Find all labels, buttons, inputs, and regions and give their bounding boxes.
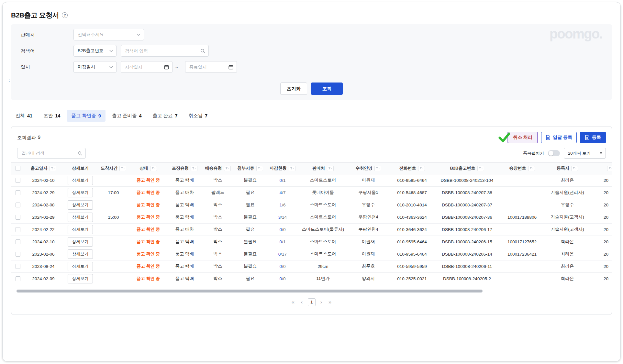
detail-button[interactable]: 상세보기 bbox=[68, 262, 93, 271]
row-checkbox[interactable] bbox=[16, 227, 20, 232]
prev-page-button[interactable]: ‹ bbox=[299, 299, 305, 305]
calendar-icon[interactable] bbox=[228, 65, 233, 70]
col-label: B2B출고번호 bbox=[450, 165, 475, 171]
row-checkbox[interactable] bbox=[16, 190, 20, 195]
cell-packing: 품고 택배 bbox=[168, 248, 202, 260]
col-header-docs: 첨부서류 bbox=[234, 163, 266, 174]
cancel-process-button[interactable]: 취소 처리 bbox=[507, 132, 538, 143]
date-type-select[interactable]: 마감일시 bbox=[73, 61, 117, 73]
cell-invoice_no: 100017127652 bbox=[499, 236, 545, 248]
toggle-knob bbox=[549, 151, 553, 156]
cell-b2b_no: DSBB-100008-240207-36 bbox=[435, 211, 499, 223]
detail-button[interactable]: 상세보기 bbox=[68, 225, 93, 234]
table-row: 2024-02-10상세보기품고 확인 중품고 택배박스불필요0/1스마트스토어… bbox=[11, 236, 612, 248]
detail-button[interactable]: 상세보기 bbox=[68, 213, 93, 222]
app-window: B2B출고 요청서 ? poomgo. 판매처 선택해주세요 검색어 B2B출고… bbox=[2, 2, 621, 361]
search-icon bbox=[78, 151, 82, 156]
current-page[interactable]: 1 bbox=[308, 298, 316, 306]
column-filter-icon[interactable] bbox=[418, 166, 425, 171]
column-filter-icon[interactable] bbox=[374, 166, 381, 171]
detail-button[interactable]: 상세보기 bbox=[68, 188, 93, 197]
row-checkbox[interactable] bbox=[16, 178, 20, 183]
row-checkbox[interactable] bbox=[16, 203, 20, 207]
last-page-button[interactable]: » bbox=[327, 299, 333, 305]
row-checkbox[interactable] bbox=[16, 215, 20, 220]
cell-date: 2024-02-29 bbox=[24, 186, 62, 199]
table-scroll-area: 출고일자상세보기도착시간상태포장유형배송유형첨부서류마감현황판매처수취인명전화번… bbox=[11, 162, 612, 285]
tab-count: 7 bbox=[175, 113, 178, 118]
row-checkbox[interactable] bbox=[16, 264, 20, 269]
next-page-button[interactable]: › bbox=[318, 299, 324, 305]
cell-packing: 품고 택배 bbox=[168, 236, 202, 248]
column-filter-icon[interactable] bbox=[224, 166, 231, 171]
column-filter-icon[interactable] bbox=[289, 166, 295, 171]
detail-button[interactable]: 상세보기 bbox=[68, 176, 93, 185]
column-filter-icon[interactable] bbox=[528, 166, 535, 171]
cell-deadline: 0/17 bbox=[266, 248, 299, 260]
select-all-checkbox[interactable] bbox=[16, 166, 20, 171]
results-search-input[interactable] bbox=[17, 151, 85, 156]
first-page-button[interactable]: « bbox=[290, 299, 296, 305]
cell-deadline: 0/0 bbox=[266, 260, 299, 272]
tab-draft[interactable]: 초안14 bbox=[39, 110, 65, 122]
detail-button[interactable]: 상세보기 bbox=[68, 237, 93, 247]
bulk-register-button[interactable]: 일괄 등록 bbox=[541, 132, 577, 143]
help-icon[interactable]: ? bbox=[62, 12, 68, 18]
cell-arrival bbox=[98, 199, 129, 211]
expand-items-toggle[interactable] bbox=[548, 150, 560, 156]
cell-date: 2023-02-06 bbox=[24, 248, 62, 260]
column-filter-icon[interactable] bbox=[477, 166, 484, 171]
column-filter-icon[interactable] bbox=[119, 166, 126, 171]
reset-button[interactable]: 초기화 bbox=[280, 83, 307, 95]
keyword-input[interactable] bbox=[121, 49, 208, 53]
search-button[interactable]: 조회 bbox=[311, 83, 343, 95]
column-filter-icon[interactable] bbox=[256, 166, 263, 171]
tab-all[interactable]: 전체41 bbox=[11, 110, 37, 122]
detail-button[interactable]: 상세보기 bbox=[68, 249, 93, 259]
cell-date: 2024-02-09 bbox=[24, 272, 62, 285]
cell-registrant: 최라온 bbox=[545, 272, 590, 285]
cell-detail: 상세보기 bbox=[62, 199, 98, 211]
col-label: 출고일자 bbox=[31, 165, 48, 171]
cell-checkbox bbox=[11, 186, 24, 199]
keyword-type-value: B2B출고번호 bbox=[78, 48, 104, 54]
tab-label: 출고 준비중 bbox=[112, 113, 137, 119]
cell-delivery: 박스 bbox=[202, 272, 234, 285]
col-header-status: 상태 bbox=[129, 163, 168, 174]
cell-recipient: 이원재 bbox=[347, 174, 389, 186]
detail-button[interactable]: 상세보기 bbox=[68, 200, 93, 210]
calendar-icon[interactable] bbox=[164, 65, 169, 70]
column-filter-icon[interactable] bbox=[150, 166, 157, 171]
keyword-type-select[interactable]: B2B출고번호 bbox=[73, 45, 117, 57]
bulk-register-label: 일괄 등록 bbox=[553, 135, 572, 140]
column-filter-icon[interactable] bbox=[571, 166, 578, 171]
detail-button[interactable]: 상세보기 bbox=[68, 274, 93, 283]
cell-phone: 010-2525-0021 bbox=[389, 272, 435, 285]
tab-canceled[interactable]: 취소됨7 bbox=[184, 110, 212, 122]
tab-ship-complete[interactable]: 출고 완료7 bbox=[148, 110, 182, 122]
cell-arrival bbox=[98, 174, 129, 186]
row-checkbox[interactable] bbox=[16, 239, 20, 244]
cell-deadline: 0/0 bbox=[266, 272, 299, 285]
column-filter-icon[interactable] bbox=[191, 166, 197, 171]
cell-date: 2024-02-22 bbox=[24, 223, 62, 236]
seller-select[interactable]: 선택해주세요 bbox=[73, 29, 144, 40]
column-filter-icon[interactable] bbox=[50, 166, 56, 171]
row-checkbox[interactable] bbox=[16, 276, 20, 281]
cell-status: 품고 확인 중 bbox=[129, 223, 168, 236]
cell-detail: 상세보기 bbox=[62, 272, 98, 285]
col-header-b2b_no: B2B출고번호 bbox=[435, 163, 499, 174]
tab-poomgo-confirming[interactable]: 품고 확인중9 bbox=[67, 110, 106, 122]
column-filter-icon[interactable] bbox=[607, 166, 612, 171]
cell-deadline: 3/14 bbox=[266, 211, 299, 223]
register-button[interactable]: 등록 bbox=[580, 132, 606, 143]
tab-ship-preparing[interactable]: 출고 준비중4 bbox=[107, 110, 146, 122]
col-header-phone: 전화번호 bbox=[389, 163, 435, 174]
table-row: 2023-08-24상세보기품고 확인 중품고 택배박스불필요0/029cm최준… bbox=[11, 260, 612, 272]
column-filter-icon[interactable] bbox=[327, 166, 334, 171]
scrollbar-thumb[interactable] bbox=[17, 290, 483, 292]
page-size-select[interactable]: 20개씩 보기 bbox=[564, 148, 606, 159]
row-checkbox[interactable] bbox=[16, 252, 20, 257]
col-label: 배송유형 bbox=[205, 165, 222, 171]
document-icon bbox=[585, 135, 590, 140]
